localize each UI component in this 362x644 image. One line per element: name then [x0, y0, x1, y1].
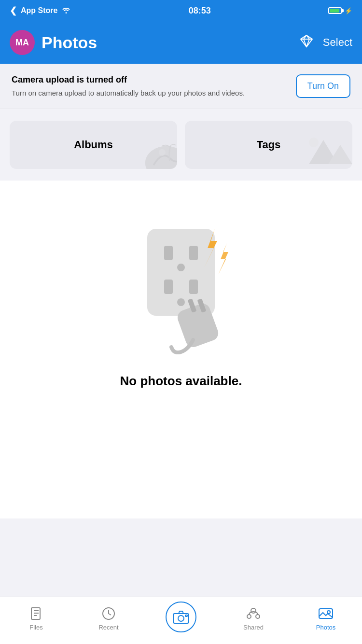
svg-rect-29	[319, 609, 333, 618]
status-app-store: App Store	[21, 6, 57, 15]
user-avatar[interactable]: MA	[10, 30, 35, 55]
empty-state-illustration	[118, 210, 244, 354]
svg-point-14	[177, 264, 185, 271]
header-left: MA Photos	[10, 30, 97, 55]
svg-point-30	[327, 611, 330, 614]
svg-rect-13	[189, 246, 198, 260]
camera-icon	[173, 610, 189, 624]
camera-tab-circle	[166, 602, 196, 632]
tags-card[interactable]: Tags	[185, 121, 352, 169]
svg-point-28	[256, 615, 260, 618]
svg-point-26	[251, 608, 256, 613]
status-bar: ❮ App Store 08:53 ⚡	[0, 0, 362, 21]
file-icon	[28, 606, 44, 621]
tab-recent[interactable]: Recent	[87, 606, 130, 631]
header-right: Select	[300, 34, 352, 51]
tab-photos-label: Photos	[316, 624, 335, 631]
svg-point-17	[177, 298, 185, 306]
turn-on-button[interactable]: Turn On	[296, 74, 350, 98]
tab-photos[interactable]: Photos	[304, 606, 348, 631]
tab-files-label: Files	[29, 624, 42, 631]
photos-icon	[318, 606, 334, 621]
battery-icon	[328, 7, 342, 14]
svg-rect-16	[189, 280, 198, 294]
svg-rect-12	[164, 246, 173, 260]
svg-point-27	[247, 615, 251, 618]
charge-icon: ⚡	[345, 7, 352, 14]
camera-upload-banner: Camera upload is turned off Turn on came…	[0, 64, 362, 109]
tab-bar: Files Recent Shared	[0, 597, 362, 644]
svg-point-10	[309, 138, 319, 147]
tab-shared[interactable]: Shared	[232, 606, 275, 631]
app-header: MA Photos Select	[0, 21, 362, 64]
empty-state-message: No photos available.	[120, 374, 242, 389]
svg-point-24	[178, 616, 184, 621]
tab-files[interactable]: Files	[14, 606, 58, 631]
tab-shared-label: Shared	[243, 624, 264, 631]
clock-icon	[101, 606, 116, 621]
main-content: No photos available.	[0, 181, 362, 518]
svg-marker-0	[301, 35, 312, 47]
status-left: ❮ App Store	[10, 5, 71, 16]
banner-title: Camera upload is turned off	[12, 75, 286, 85]
status-right: ⚡	[328, 7, 352, 14]
select-button[interactable]: Select	[323, 36, 352, 49]
tab-recent-label: Recent	[98, 624, 118, 631]
tab-camera[interactable]	[159, 602, 203, 635]
bottom-spacer	[0, 518, 362, 572]
svg-rect-15	[164, 280, 173, 294]
banner-description: Turn on camera upload to automatically b…	[12, 88, 286, 98]
svg-rect-25	[185, 615, 187, 616]
page-title: Photos	[42, 33, 97, 52]
albums-card[interactable]: Albums	[10, 121, 177, 169]
wifi-icon	[61, 7, 71, 15]
category-row: Albums Tags	[0, 109, 362, 181]
svg-point-7	[159, 149, 166, 156]
banner-text: Camera upload is turned off Turn on came…	[12, 75, 286, 98]
status-time: 08:53	[189, 6, 211, 16]
shared-icon	[246, 606, 261, 621]
tags-label: Tags	[257, 139, 281, 151]
albums-label: Albums	[74, 139, 113, 151]
back-arrow-icon: ❮	[10, 5, 17, 16]
diamond-icon[interactable]	[300, 34, 313, 51]
